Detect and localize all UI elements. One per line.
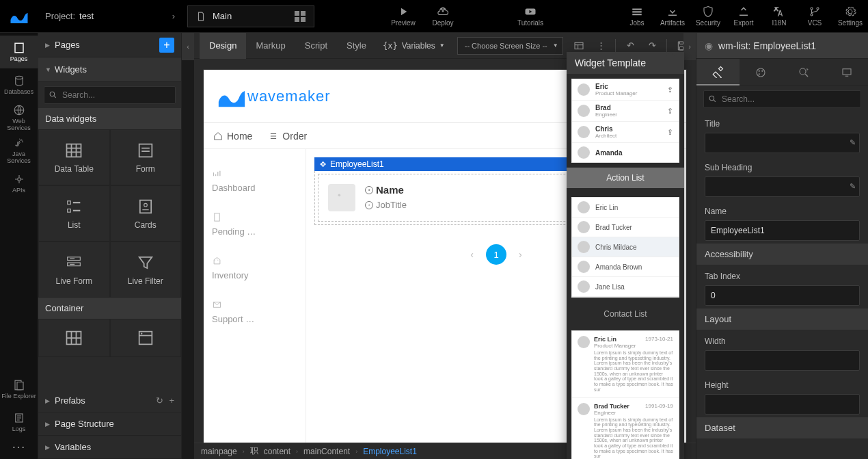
deploy-button[interactable]: Deploy	[424, 0, 462, 33]
play-icon	[397, 5, 409, 18]
height-input[interactable]	[705, 394, 860, 415]
rail-databases[interactable]: Databases	[0, 68, 38, 101]
properties-header: ◉ wm-list: EmployeeList1	[696, 33, 868, 59]
collapse-left-panel[interactable]: ‹	[182, 33, 194, 60]
add-icon[interactable]: +	[169, 395, 174, 406]
widget-grid: Data Table Form List Cards Live Form Liv…	[38, 129, 181, 298]
deploy-label: Deploy	[432, 19, 453, 27]
widget-panel[interactable]	[110, 319, 182, 357]
tab-events[interactable]	[783, 59, 826, 86]
mode-design[interactable]: Design	[200, 33, 246, 59]
pages-section[interactable]: ▶ Pages +	[38, 33, 181, 57]
prefabs-section[interactable]: ▶Prefabs ↻+	[38, 389, 181, 412]
rail-javaservices[interactable]: Java Services	[0, 134, 38, 167]
sn-support[interactable]: Support …	[212, 300, 297, 324]
share-icon: ⇪	[667, 107, 673, 116]
svg-point-1	[811, 8, 813, 10]
tabindex-label: Tab Index	[705, 272, 860, 281]
template-action-list[interactable]: Action List	[567, 168, 684, 188]
name-field[interactable]: ⋆Name	[365, 184, 407, 196]
title-input[interactable]	[705, 133, 860, 153]
dataset-section: Dataset	[696, 417, 868, 438]
jobs-button[interactable]: Jobs	[619, 0, 655, 33]
nav-home[interactable]: Home	[213, 131, 252, 142]
widget-cards[interactable]: Cards	[110, 185, 182, 241]
width-label: Width	[705, 337, 860, 346]
project-selector[interactable]: Project: test ›	[38, 11, 182, 21]
svg-rect-13	[68, 201, 71, 205]
rail-fileexplorer[interactable]: File Explorer	[0, 373, 38, 406]
nav-order[interactable]: Order	[269, 131, 307, 142]
sn-inventory[interactable]: Inventory	[212, 256, 297, 280]
svg-rect-12	[139, 144, 152, 157]
widget-grid-layout[interactable]	[38, 319, 110, 357]
page-1[interactable]: 1	[486, 244, 506, 265]
pin-icon[interactable]: ◉	[705, 40, 713, 51]
widget-list[interactable]: List	[38, 185, 110, 241]
rail-webservices[interactable]: Web Services	[0, 101, 38, 134]
rail-logs[interactable]: Logs	[0, 406, 38, 438]
security-button[interactable]: Security	[690, 0, 726, 33]
mode-script[interactable]: Script	[295, 33, 337, 59]
stack-icon	[631, 5, 643, 18]
properties-search-input[interactable]	[703, 90, 861, 108]
sn-pending[interactable]: Pending …	[212, 212, 297, 237]
crumb-maincontent[interactable]: mainContent	[303, 447, 350, 456]
anchor-icon: ⋆	[365, 201, 373, 209]
tab-device[interactable]	[825, 59, 868, 86]
move-icon[interactable]: ✥	[320, 160, 326, 169]
tutorials-button[interactable]: Tutorials	[510, 0, 551, 33]
preview-button[interactable]: Preview	[383, 0, 424, 33]
widget-search-input[interactable]	[44, 86, 176, 104]
container-header: Container	[38, 298, 181, 319]
variables-dropdown[interactable]: {x}Variables▼	[376, 41, 452, 51]
vcs-button[interactable]: VCS	[797, 0, 832, 33]
widgets-section[interactable]: ▼ Widgets	[38, 57, 181, 82]
export-button[interactable]: Export	[726, 0, 761, 33]
widget-data-table[interactable]: Data Table	[38, 129, 110, 185]
jobtitle-field[interactable]: ⋆JobTitle	[365, 200, 407, 210]
screen-size-select[interactable]: -- Choose Screen Size --▼	[457, 37, 563, 55]
subheading-label: Sub Heading	[705, 163, 860, 172]
collapse-right-panel[interactable]: ›	[683, 33, 696, 60]
tabindex-input[interactable]	[705, 285, 860, 306]
template-action-list-preview[interactable]: EricProduct Manager⇪ BradEngineer⇪ Chris…	[572, 79, 679, 162]
settings-button[interactable]: Settings	[832, 0, 868, 33]
more-icon[interactable]: ⋯	[12, 438, 27, 455]
grid-icon[interactable]	[295, 11, 306, 22]
widget-live-filter[interactable]: Live Filter	[110, 241, 182, 298]
page-tab[interactable]: Main	[187, 5, 314, 27]
prev-page[interactable]: ‹	[470, 249, 474, 260]
crumb-mainpage[interactable]: mainpage	[201, 447, 237, 456]
artifacts-button[interactable]: Artifacts	[655, 0, 690, 33]
add-page-button[interactable]: +	[159, 38, 174, 53]
name-input[interactable]	[705, 220, 860, 241]
template-contact-list-preview[interactable]: Eric Lin Brad Tucker Chris Mildace Amand…	[572, 198, 679, 297]
edit-icon[interactable]: ✎	[850, 182, 856, 191]
template-email-list-preview[interactable]: Eric Lin1973-10-21Product ManagerLorem i…	[572, 331, 679, 459]
upload-icon	[737, 5, 750, 18]
page-structure-section[interactable]: ▶Page Structure	[38, 412, 181, 436]
rail-pages[interactable]: Pages	[0, 36, 38, 68]
top-bar: Project: test › Main Preview Deploy Tuto…	[0, 0, 868, 33]
edit-icon[interactable]: ✎	[850, 138, 856, 147]
width-input[interactable]	[705, 350, 860, 371]
widget-form[interactable]: Form	[110, 129, 182, 185]
mode-markup[interactable]: Markup	[246, 33, 295, 59]
sn-dashboard[interactable]: Dashboard	[212, 168, 297, 193]
widget-live-form[interactable]: Live Form	[38, 241, 110, 298]
mode-style[interactable]: Style	[337, 33, 376, 59]
app-logo[interactable]	[0, 0, 38, 33]
next-page[interactable]: ›	[519, 249, 522, 260]
variables-section[interactable]: ▶Variables	[38, 436, 181, 459]
subheading-input[interactable]	[705, 176, 860, 197]
i18n-button[interactable]: I18N	[761, 0, 797, 33]
crumb-employeelist[interactable]: EmployeeList1	[363, 447, 417, 456]
tab-properties[interactable]	[696, 59, 740, 86]
template-contact-list[interactable]: Contact List	[567, 302, 684, 326]
crumb-content[interactable]: content	[264, 447, 290, 456]
rail-apis[interactable]: APIs	[0, 167, 38, 200]
tab-style[interactable]	[740, 59, 783, 86]
employee-list-title: EmployeeList1	[330, 159, 384, 169]
refresh-icon[interactable]: ↻	[156, 395, 163, 406]
